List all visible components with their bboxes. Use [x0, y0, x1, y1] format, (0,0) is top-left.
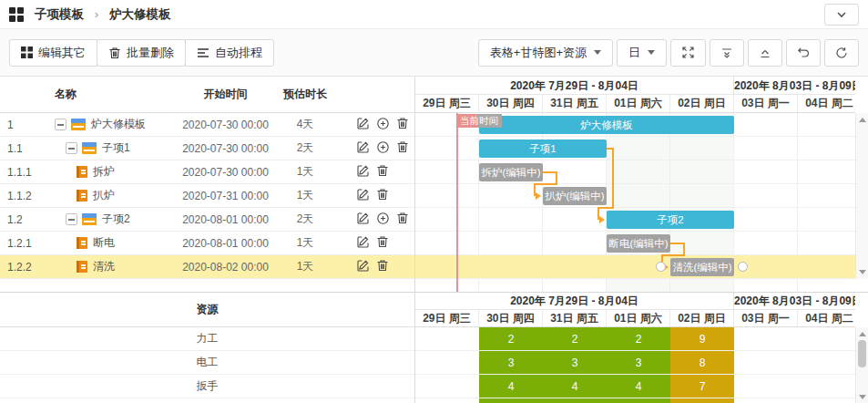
gantt-bar[interactable]: 扒炉(编辑中) [543, 187, 607, 205]
edit-icon[interactable] [356, 188, 370, 204]
fullscreen-button[interactable] [670, 39, 706, 67]
task-name-cell: 炉大修模板 [42, 117, 182, 132]
toolbar: 编辑其它 批量删除 自动排程 表格+甘特图+资源 日 [0, 29, 868, 77]
resource-allocation-cell: 7 [670, 375, 734, 398]
view-mode-dropdown[interactable]: 表格+甘特图+资源 [478, 39, 613, 67]
expand-all-button[interactable] [748, 39, 782, 67]
edit-icon[interactable] [356, 140, 370, 157]
edit-icon[interactable] [356, 235, 370, 252]
auto-schedule-button[interactable]: 自动排程 [185, 39, 274, 67]
collapse-all-button[interactable] [710, 39, 744, 67]
dependency-link-segment [612, 148, 614, 209]
dependency-link-segment [534, 183, 557, 185]
collapse-toggle-icon[interactable] [66, 142, 77, 154]
collapse-toggle-icon[interactable] [55, 119, 66, 130]
table-row[interactable]: 1.2.1断电2020-08-01 00:001天 [0, 232, 414, 255]
gantt-bar-label: 炉大修模板 [580, 119, 633, 132]
gantt-bar[interactable]: 清洗(编辑中) [670, 258, 734, 276]
scrollbar-thumb[interactable] [858, 340, 866, 367]
gantt-bar-label: 拆炉(编辑中) [481, 166, 540, 180]
resource-vertical-scrollbar[interactable] [855, 327, 868, 403]
edit-icon[interactable] [356, 164, 370, 181]
auto-schedule-label: 自动排程 [215, 45, 262, 61]
add-icon[interactable] [376, 117, 390, 133]
day-header-cell: 31日 周五 [543, 310, 607, 326]
app-grid-icon[interactable] [9, 7, 24, 22]
resource-allocation-cell [607, 398, 670, 403]
gantt-bar[interactable]: 断电(编辑中) [607, 234, 670, 253]
resource-panel: 资源 力工电工扳手 2020年 7月29日 - 8月04日2020年 8月03日… [0, 292, 868, 403]
collapse-all-icon [720, 46, 733, 59]
resource-allocation-cell [543, 398, 607, 403]
day-header-cell: 03日 周一 [734, 310, 798, 326]
wbs-number: 1.2 [0, 213, 42, 226]
gantt-bar-label: 子项1 [529, 142, 556, 156]
add-icon[interactable] [376, 212, 390, 228]
dependency-arrow-icon [536, 192, 541, 200]
scroll-up-arrow-icon[interactable] [859, 118, 866, 122]
task-name-label: 断电 [93, 235, 115, 251]
row-actions [342, 188, 414, 204]
grid-icon [21, 46, 33, 58]
row-actions [342, 259, 414, 275]
table-row[interactable]: 1炉大修模板2020-07-30 00:004天 [0, 113, 414, 137]
gantt-vertical-scrollbar[interactable] [855, 113, 868, 279]
table-row[interactable]: 1.2.2清洗2020-08-02 00:001天 [0, 255, 414, 279]
bar-resize-handle-right[interactable] [738, 262, 748, 272]
scroll-down-arrow-icon[interactable] [859, 270, 866, 274]
collapse-toggle-icon[interactable] [66, 213, 77, 225]
bar-resize-handle-left[interactable] [656, 262, 666, 272]
table-row[interactable]: 1.1.1拆炉2020-07-30 00:001天 [0, 160, 414, 184]
delete-icon[interactable] [376, 164, 389, 180]
delete-icon[interactable] [376, 259, 389, 274]
caret-down-icon [648, 50, 655, 55]
task-table-header: 名称 开始时间 预估时长 [0, 77, 414, 113]
breadcrumb-root[interactable]: 子项模板 [35, 7, 84, 21]
table-row[interactable]: 1.1.2扒炉2020-07-31 00:001天 [0, 184, 414, 208]
edit-icon[interactable] [356, 117, 370, 133]
delete-icon[interactable] [376, 188, 389, 203]
wbs-number: 1.2.2 [0, 261, 42, 274]
delete-icon[interactable] [376, 235, 389, 251]
gantt-bar[interactable]: 子项2 [607, 211, 734, 229]
resource-allocation-cell: 2 [607, 327, 670, 350]
table-row[interactable]: 1.1子项12020-07-30 00:002天 [0, 137, 414, 160]
dependency-link-segment [597, 207, 614, 209]
day-header-cell: 02日 周日 [670, 95, 734, 112]
resource-allocation-cell: 4 [607, 375, 670, 398]
task-start-time: 2020-08-02 00:00 [182, 261, 269, 274]
edit-icon[interactable] [356, 259, 370, 275]
task-start-time: 2020-08-01 00:00 [182, 213, 269, 226]
time-scale-dropdown[interactable]: 日 [617, 39, 667, 67]
gantt-bar[interactable]: 拆炉(编辑中) [479, 163, 543, 181]
task-name-cell: 子项1 [42, 140, 182, 156]
scroll-down-arrow-icon[interactable] [859, 395, 866, 399]
refresh-button[interactable] [824, 39, 859, 67]
header-collapse-button[interactable] [824, 4, 859, 26]
batch-delete-button[interactable]: 批量删除 [97, 39, 186, 67]
delete-icon[interactable] [396, 140, 409, 156]
task-name-label: 子项1 [102, 140, 130, 156]
table-row[interactable]: 1.2子项22020-08-01 00:002天 [0, 208, 414, 232]
task-icon [77, 190, 87, 202]
day-header-cell: 31日 周五 [543, 95, 607, 112]
task-name-cell: 断电 [42, 235, 182, 251]
scroll-up-arrow-icon[interactable] [859, 332, 866, 336]
gantt-bar[interactable]: 炉大修模板 [479, 116, 734, 134]
breadcrumb: 子项模板 › 炉大修模板 [35, 6, 171, 23]
day-header-cell: 29日 周三 [415, 95, 479, 112]
resource-allocation-cell: 3 [607, 351, 670, 374]
delete-icon[interactable] [396, 117, 409, 132]
task-name-cell: 拆炉 [42, 164, 182, 180]
undo-button[interactable] [786, 39, 821, 67]
add-icon[interactable] [376, 140, 390, 157]
delete-icon[interactable] [396, 212, 409, 227]
gantt-row-line [415, 255, 855, 279]
resource-week-header: 2020年 7月29日 - 8月04日2020年 8月03日 - 8月09日 [415, 293, 855, 310]
resource-allocation-cell: 4 [479, 375, 543, 398]
week-header-cell: 2020年 8月03日 - 8月09日 [734, 293, 855, 309]
edit-icon[interactable] [356, 212, 370, 228]
gantt-bar[interactable]: 子项1 [479, 140, 607, 158]
edit-other-button[interactable]: 编辑其它 [9, 39, 97, 67]
week-header-cell: 2020年 7月29日 - 8月04日 [415, 293, 734, 309]
